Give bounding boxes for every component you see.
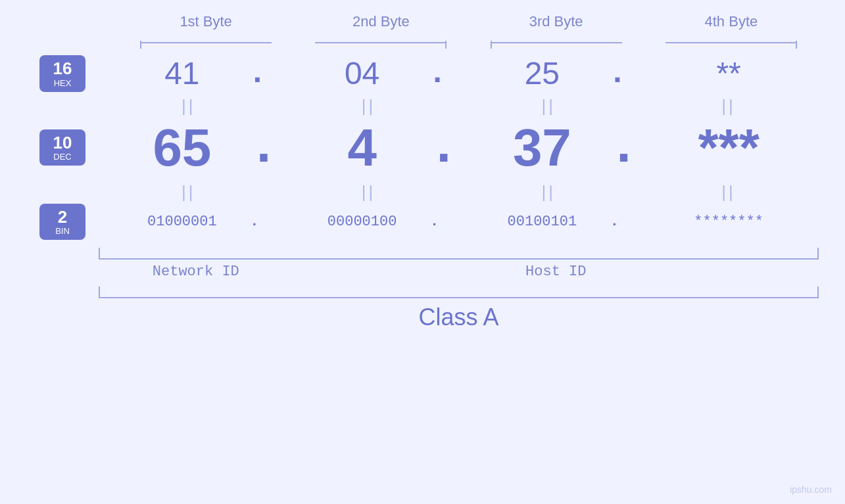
- bracket-2: [308, 35, 453, 49]
- dec-badge-base: DEC: [46, 152, 79, 162]
- equals-1-3: ||: [476, 96, 621, 116]
- bottom-bracket-row: [26, 248, 819, 260]
- hex-label: 16 HEX: [26, 55, 99, 92]
- hex-badge-base: HEX: [46, 78, 79, 88]
- dec-cell-1: 65 .: [116, 118, 261, 178]
- bin-value-1: 01000001: [116, 214, 248, 230]
- equals-cells-2: || || || ||: [99, 182, 819, 202]
- class-row: Class A: [26, 304, 819, 331]
- host-bracket: [293, 248, 819, 260]
- dec-cell-3: 37 .: [476, 118, 621, 178]
- equals-1-1: ||: [116, 96, 261, 116]
- hex-dot-2: .: [428, 56, 441, 91]
- hex-cell-4: **: [656, 55, 801, 91]
- bin-value-2: 00000100: [297, 214, 428, 230]
- bin-row: 2 BIN 01000001 . 00000100 . 00100101 . *…: [26, 204, 819, 241]
- full-bracket-left: [99, 286, 819, 298]
- hex-cell-3: 25 .: [476, 55, 621, 91]
- top-brackets: [118, 35, 819, 49]
- dec-value-4: ***: [656, 118, 801, 178]
- main-container: 1st Byte 2nd Byte 3rd Byte 4th Byte 16 H…: [0, 0, 845, 504]
- class-label: Class A: [99, 304, 819, 331]
- bracket-3: [484, 35, 629, 49]
- bin-label: 2 BIN: [26, 204, 99, 241]
- hex-value-2: 04: [297, 55, 428, 91]
- bin-cell-4: ********: [656, 214, 801, 230]
- bin-dot-2: .: [428, 214, 441, 230]
- host-id-label: Host ID: [293, 263, 819, 280]
- byte-header-2: 2nd Byte: [308, 13, 453, 30]
- hex-dot-1: .: [248, 56, 261, 91]
- byte-header-3: 3rd Byte: [484, 13, 629, 30]
- bin-dot-1: .: [248, 214, 261, 230]
- hex-row: 16 HEX 41 . 04 . 25 . **: [26, 55, 819, 92]
- byte-header-1: 1st Byte: [133, 13, 278, 30]
- dec-value-3: 37: [476, 118, 608, 178]
- bin-dot-3: .: [608, 214, 621, 230]
- dec-row: 10 DEC 65 . 4 . 37 . ***: [26, 118, 819, 178]
- equals-1-4: ||: [656, 96, 801, 116]
- dec-cells: 65 . 4 . 37 . ***: [99, 118, 819, 178]
- hex-value-4: **: [656, 55, 801, 91]
- id-labels-row: Network ID Host ID: [26, 263, 819, 280]
- hex-cells: 41 . 04 . 25 . **: [99, 55, 819, 91]
- watermark: ipshu.com: [790, 484, 832, 495]
- hex-cell-2: 04 .: [297, 55, 441, 91]
- dec-value-1: 65: [116, 118, 248, 178]
- dec-cell-4: ***: [656, 118, 801, 178]
- dec-label: 10 DEC: [26, 129, 99, 166]
- hex-badge-num: 16: [46, 59, 79, 78]
- equals-2-2: ||: [297, 182, 441, 202]
- hex-value-3: 25: [476, 55, 608, 91]
- bin-badge-num: 2: [46, 208, 79, 227]
- hex-badge: 16 HEX: [39, 55, 85, 92]
- bracket-4: [659, 35, 804, 49]
- byte-header-4: 4th Byte: [659, 13, 804, 30]
- dec-dot-2: .: [428, 118, 441, 177]
- equals-cells-1: || || || ||: [99, 96, 819, 116]
- equals-row-2: || || || ||: [26, 182, 819, 202]
- equals-1-2: ||: [297, 96, 441, 116]
- dec-dot-1: .: [248, 118, 261, 177]
- bin-cell-3: 00100101 .: [476, 214, 621, 230]
- equals-2-4: ||: [656, 182, 801, 202]
- byte-headers-row: 1st Byte 2nd Byte 3rd Byte 4th Byte: [26, 13, 819, 30]
- bin-badge-base: BIN: [46, 226, 79, 236]
- bin-cell-2: 00000100 .: [297, 214, 441, 230]
- equals-row-1: || || || ||: [26, 96, 819, 116]
- equals-2-3: ||: [476, 182, 621, 202]
- hex-dot-3: .: [608, 56, 621, 91]
- byte-columns: 1st Byte 2nd Byte 3rd Byte 4th Byte: [118, 13, 819, 30]
- network-bracket: [99, 248, 293, 260]
- hex-cell-1: 41 .: [116, 55, 261, 91]
- top-bracket-row: [26, 35, 819, 49]
- bracket-1: [133, 35, 278, 49]
- dec-dot-3: .: [608, 118, 621, 177]
- dec-cell-2: 4 .: [297, 118, 441, 178]
- hex-value-1: 41: [116, 55, 248, 91]
- bin-cell-1: 01000001 .: [116, 214, 261, 230]
- bottom-brackets: [99, 248, 819, 260]
- bin-cells: 01000001 . 00000100 . 00100101 . *******…: [99, 214, 819, 230]
- dec-badge-num: 10: [46, 133, 79, 152]
- id-labels: Network ID Host ID: [99, 263, 819, 280]
- network-id-label: Network ID: [99, 263, 293, 280]
- full-bracket-row: [26, 286, 819, 298]
- bin-badge: 2 BIN: [39, 204, 85, 241]
- dec-value-2: 4: [297, 118, 428, 178]
- bin-value-3: 00100101: [476, 214, 608, 230]
- equals-2-1: ||: [116, 182, 261, 202]
- bin-value-4: ********: [656, 214, 801, 230]
- dec-badge: 10 DEC: [39, 129, 85, 166]
